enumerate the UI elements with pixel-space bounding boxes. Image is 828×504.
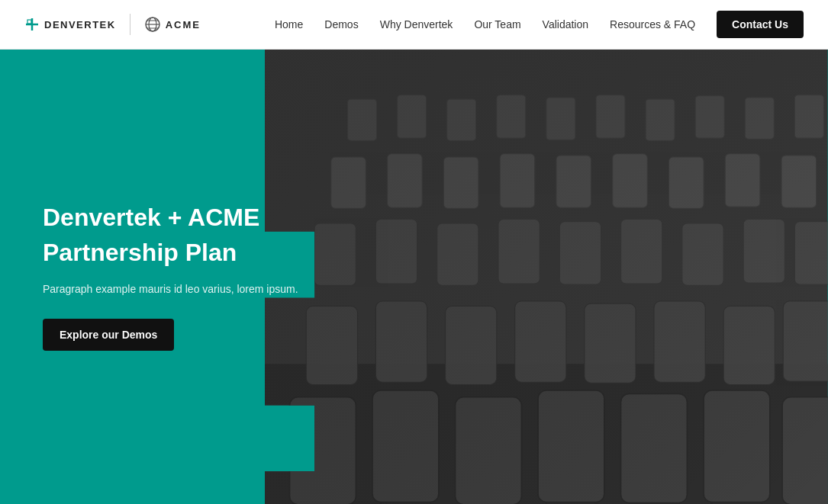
nav-resources-faq[interactable]: Resources & FAQ <box>610 18 695 30</box>
denvertek-logo-icon <box>24 17 40 32</box>
hero-section: Denvertek + ACME Partnership Plan Paragr… <box>0 50 828 504</box>
svg-rect-65 <box>265 50 828 504</box>
acme-logo[interactable]: ACME <box>144 16 201 33</box>
hero-paragraph: Paragraph example mauris id leo varius, … <box>43 281 298 297</box>
acme-brand-name: ACME <box>166 19 201 30</box>
svg-rect-2 <box>27 20 31 24</box>
hero-image-puzzle <box>265 50 828 504</box>
hero-content: Denvertek + ACME Partnership Plan Paragr… <box>43 203 298 351</box>
nav-validation[interactable]: Validation <box>543 18 588 30</box>
denvertek-brand-name: DENVERTEK <box>44 19 116 30</box>
nav-links: Home Demos Why Denvertek Our Team Valida… <box>275 11 804 38</box>
nav-why-denvertek[interactable]: Why Denvertek <box>380 18 453 30</box>
navbar: DENVERTEK ACME Home Demos Why Denvertek … <box>0 0 828 50</box>
logo-divider <box>130 14 130 35</box>
nav-home[interactable]: Home <box>275 18 303 30</box>
globe-icon <box>144 16 161 33</box>
explore-demos-button[interactable]: Explore our Demos <box>43 319 174 351</box>
contact-us-button[interactable]: Contact Us <box>717 11 804 38</box>
nav-demos[interactable]: Demos <box>324 18 358 30</box>
hero-title-line2: Partnership Plan <box>43 239 298 268</box>
denvertek-logo[interactable]: DENVERTEK <box>24 17 116 32</box>
logo-area: DENVERTEK ACME <box>24 14 201 35</box>
hero-title-line1: Denvertek + ACME <box>43 203 298 232</box>
nav-our-team[interactable]: Our Team <box>474 18 520 30</box>
